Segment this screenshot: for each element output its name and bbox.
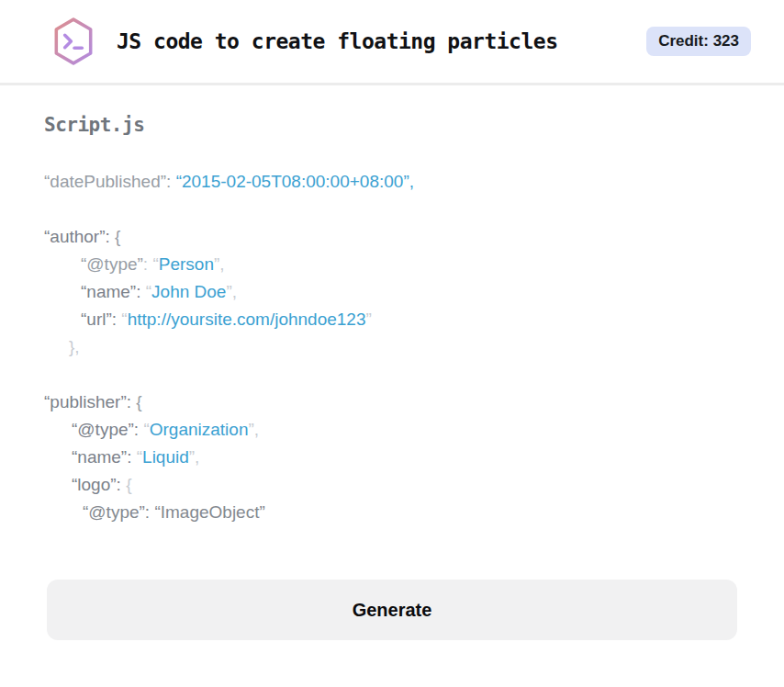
code-line: “@type”: “Person”, — [44, 251, 740, 278]
filename-heading: Script.js — [44, 114, 740, 136]
code-line: “author”: { — [44, 223, 740, 251]
terminal-hexagon-icon — [50, 17, 96, 66]
main-content: Script.js “datePublished”: “2015-02-05T0… — [0, 114, 784, 640]
code-line: “name”: “Liquid”, — [44, 444, 740, 471]
generate-button[interactable]: Generate — [47, 580, 737, 640]
code-line: “@type”: “Organization”, — [44, 416, 740, 444]
code-line-blank — [44, 361, 740, 389]
code-block: “datePublished”: “2015-02-05T08:00:00+08… — [44, 168, 740, 526]
credit-badge: Credit: 323 — [646, 27, 751, 56]
code-line: “publisher”: { — [44, 389, 740, 416]
code-line: “datePublished”: “2015-02-05T08:00:00+08… — [44, 168, 740, 196]
code-line-blank — [44, 196, 740, 223]
page-title: JS code to create floating particles — [117, 29, 558, 53]
code-line: }, — [44, 333, 740, 361]
code-line: “url”: “http://yoursite.com/johndoe123” — [44, 306, 740, 333]
header: JS code to create floating particles Cre… — [0, 0, 784, 85]
code-line: “@type”: “ImageObject” — [44, 499, 740, 526]
code-line: “logo”: { — [44, 471, 740, 499]
code-line: “name”: “John Doe”, — [44, 278, 740, 306]
